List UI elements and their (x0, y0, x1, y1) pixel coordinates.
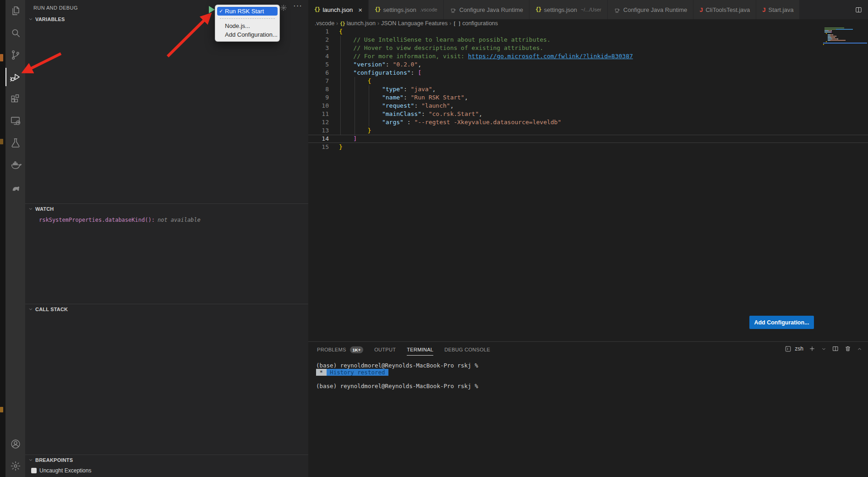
tab-detail: .vscode (420, 7, 437, 12)
activity-item-search[interactable] (5, 22, 25, 44)
tab-configure-java-runtime[interactable]: Configure Java Runtime (608, 0, 693, 19)
activity-item-extensions[interactable] (5, 88, 25, 110)
more-actions-icon[interactable]: ··· (293, 1, 302, 11)
terminal-shell-icon[interactable] (785, 345, 792, 352)
breadcrumb-item-json-language-features[interactable]: JSON Language Features (381, 20, 448, 27)
tab-settings-json[interactable]: {}settings.json~/.../User (530, 0, 608, 19)
breadcrumb-item-configurations[interactable]: [ ]configurations (453, 20, 498, 27)
output-label: OUTPUT (374, 347, 396, 352)
menu-item-run-rsk-start[interactable]: ✓ Run RSK Start (217, 7, 278, 16)
line-content: ] (339, 135, 357, 142)
json-file-icon: {} (535, 6, 541, 13)
line-content: "args" : "--regtest -Xkeyvalue.datasourc… (339, 119, 561, 126)
debug-settings-gear-icon[interactable] (280, 4, 287, 11)
breakpoints-pane: BREAKPOINTS Uncaught Exceptions (25, 455, 308, 477)
editor-actions (849, 0, 868, 19)
selected-configuration-label: Run RSK Start (225, 8, 264, 15)
java-cup-icon (450, 6, 457, 13)
menu-separator (220, 18, 275, 19)
activity-item-gradle[interactable] (5, 176, 25, 198)
code-line-9[interactable]: 9 "name": "Run RSK Start", (308, 93, 868, 102)
kill-terminal-trash-icon[interactable] (844, 345, 852, 352)
activity-item-source-control[interactable] (5, 44, 25, 66)
minimap-token (826, 33, 827, 34)
code-line-10[interactable]: 10 "request": "launch", (308, 102, 868, 110)
code-line-4[interactable]: 4 // For more information, visit: https:… (308, 52, 868, 60)
line-number: 1 (308, 27, 329, 36)
code-lines[interactable]: 1{2 // Use IntelliSense to learn about p… (308, 27, 868, 151)
panel-tab-terminal[interactable]: TERMINAL (407, 343, 433, 356)
code-line-8[interactable]: 8 "type": "java", (308, 85, 868, 93)
tab-start-java[interactable]: JStart.java (756, 0, 800, 19)
line-content: "request": "launch", (339, 102, 453, 109)
background-mark (0, 139, 3, 144)
code-line-15[interactable]: 15} (308, 143, 868, 151)
comment-link[interactable]: https://go.microsoft.com/fwlink/?linkid=… (468, 53, 633, 60)
activity-item-run-and-debug[interactable] (5, 66, 25, 88)
code-token: "mainClass" (339, 110, 421, 117)
code-line-7[interactable]: 7 { (308, 77, 868, 85)
activity-item-testing[interactable] (5, 132, 25, 154)
code-token: { (339, 28, 343, 35)
uncaught-exceptions-checkbox[interactable] (31, 468, 37, 473)
code-line-14[interactable]: 14 ] (308, 135, 868, 143)
breadcrumb-item--vscode[interactable]: .vscode (315, 20, 334, 27)
code-line-2[interactable]: 2 // Use IntelliSense to learn about pos… (308, 36, 868, 44)
activity-item-docker[interactable] (5, 154, 25, 176)
menu-item-nodejs[interactable]: Node.js... (215, 22, 279, 30)
code-editor[interactable]: 1{2 // Use IntelliSense to learn about p… (308, 27, 868, 341)
tab-label: settings.json (544, 6, 577, 13)
menu-item-add-configuration[interactable]: Add Configuration... (215, 30, 279, 39)
code-line-3[interactable]: 3 // Hover to view descriptions of exist… (308, 44, 868, 52)
bottom-panel: PROBLEMS 1K+ OUTPUT TERMINAL DEBUG CONSO… (308, 341, 868, 477)
line-number: 10 (308, 102, 329, 110)
minimap-token (837, 38, 838, 39)
tab-launch-json[interactable]: {}launch.json× (308, 0, 369, 19)
explorer-icon (10, 5, 22, 17)
minimap-current-line (823, 43, 867, 44)
tab-settings-json[interactable]: {}settings.json.vscode (369, 0, 444, 19)
panel-tab-debug-console[interactable]: DEBUG CONSOLE (444, 343, 490, 355)
code-line-6[interactable]: 6 "configurations": [ (308, 69, 868, 77)
split-terminal-icon[interactable] (832, 345, 839, 352)
panel-tab-problems[interactable]: PROBLEMS 1K+ (317, 342, 363, 356)
activity-item-remote-explorer[interactable] (5, 110, 25, 132)
line-number: 8 (308, 85, 329, 93)
watch-section-header[interactable]: WATCH (25, 204, 308, 214)
code-line-5[interactable]: 5 "version": "0.2.0", (308, 60, 868, 69)
minimap-token (831, 32, 832, 33)
minimap[interactable] (823, 27, 867, 75)
minimap-token (833, 34, 834, 35)
terminal-output[interactable]: (base) reynoldmorel@Reynolds-MacBook-Pro… (316, 362, 478, 389)
breakpoints-section-header[interactable]: BREAKPOINTS (25, 455, 308, 465)
watch-expression-row[interactable]: rskSystemProperties.databaseKind():not a… (39, 217, 308, 223)
breadcrumb-item-launch-json[interactable]: {}launch.json (340, 20, 376, 27)
activity-item-accounts[interactable] (5, 433, 25, 455)
shell-name[interactable]: zsh (795, 345, 803, 352)
add-configuration-button[interactable]: Add Configuration... (749, 316, 814, 329)
maximize-panel-chevron-icon[interactable] (857, 346, 863, 352)
activity-item-explorer[interactable] (5, 0, 25, 22)
code-line-11[interactable]: 11 "mainClass": "co.rsk.Start", (308, 110, 868, 118)
code-line-13[interactable]: 13 } (308, 126, 868, 135)
code-line-1[interactable]: 1{ (308, 27, 868, 36)
code-token: [ (418, 69, 421, 76)
call-stack-section-header[interactable]: CALL STACK (25, 304, 308, 314)
start-debugging-play-icon[interactable] (209, 6, 215, 13)
split-editor-icon[interactable] (855, 6, 863, 14)
watch-label: WATCH (35, 206, 54, 212)
close-icon[interactable]: × (358, 6, 362, 13)
tab-configure-java-runtime[interactable]: Configure Java Runtime (444, 0, 530, 19)
code-line-12[interactable]: 12 "args" : "--regtest -Xkeyvalue.dataso… (308, 118, 868, 126)
terminal-line (316, 376, 478, 383)
line-number: 2 (308, 36, 329, 44)
terminal-dropdown-chevron-icon[interactable] (821, 346, 827, 352)
new-terminal-icon[interactable] (808, 345, 816, 352)
panel-tab-output[interactable]: OUTPUT (374, 343, 396, 355)
java-file-icon: J (699, 6, 703, 13)
run-and-debug-icon (10, 71, 22, 83)
minimap-token (836, 29, 853, 30)
minimap-token (826, 41, 827, 42)
activity-item-settings[interactable] (5, 455, 25, 477)
tab-clitoolstest-java[interactable]: JCliToolsTest.java (693, 0, 756, 19)
